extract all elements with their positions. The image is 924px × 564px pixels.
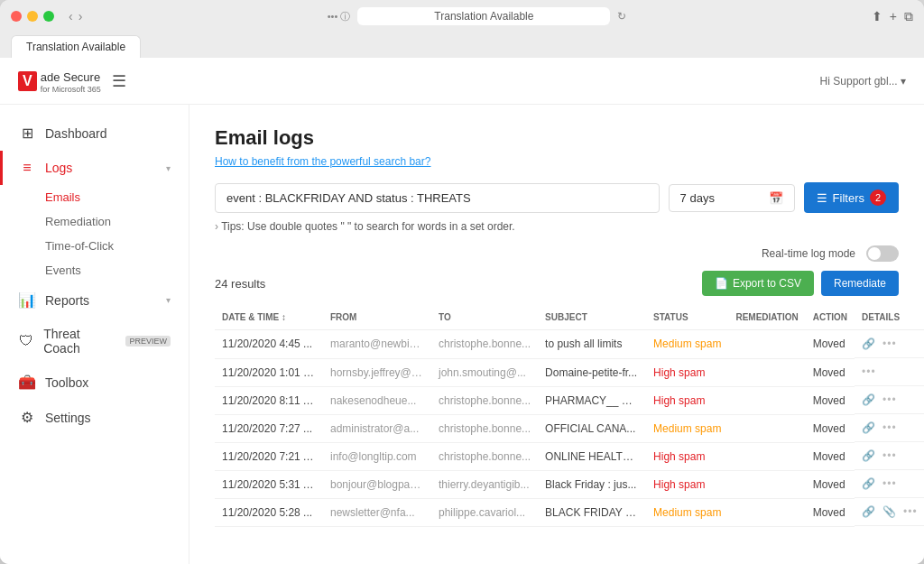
cell-subject: BLACK FRIDAY : ... [538,498,646,526]
cell-remediation [728,414,805,442]
new-tab-icon[interactable]: + [890,9,897,24]
maximize-button[interactable] [43,11,54,22]
more-options-icon[interactable]: ••• [882,449,897,462]
status-badge: Medium spam [653,506,721,519]
more-options-icon[interactable]: ••• [882,477,897,490]
share-icon[interactable]: ⬆ [872,9,882,24]
cell-details[interactable]: 🔗 📎 ••• [855,498,924,526]
browser-actions: ⬆ + ⧉ [872,9,913,24]
table-row[interactable]: 11/20/2020 7:27 ... administrator@a... c… [215,414,924,442]
col-header-remediation[interactable]: REMEDIATION [728,305,805,330]
browser-tab[interactable]: Translation Available [11,35,141,58]
col-header-to[interactable]: TO [431,305,538,330]
calendar-icon: 📅 [769,191,783,205]
more-options-icon[interactable]: ••• [882,421,897,434]
link-icon[interactable]: 🔗 [862,337,875,350]
cell-action: Moved [806,414,855,442]
more-options-icon[interactable]: ••• [882,393,897,406]
sidebar-sub-events[interactable]: Events [0,258,189,282]
sidebar-label-dashboard: Dashboard [45,126,107,141]
remediate-button[interactable]: Remediate [821,271,899,296]
windows-icon[interactable]: ⧉ [904,9,913,24]
address-bar[interactable]: Translation Available [357,7,610,25]
sidebar-item-logs[interactable]: ≡ Logs ▾ [0,151,189,185]
close-button[interactable] [11,11,22,22]
cell-details[interactable]: ••• [855,358,924,386]
realtime-toggle[interactable] [866,245,899,262]
cell-datetime: 11/20/2020 5:28 ... [215,498,323,526]
logo-area: V ade Secure for Microsoft 365 ☰ [18,69,126,94]
link-icon[interactable]: 🔗 [862,505,875,518]
cell-details[interactable]: 🔗 ••• [855,442,924,470]
sidebar-sub-remediation[interactable]: Remediation [0,209,189,234]
more-options-icon[interactable]: ••• [882,337,897,350]
sidebar-item-dashboard[interactable]: ⊞ Dashboard [0,116,189,151]
more-options-icon[interactable]: ••• [862,365,876,378]
back-button[interactable]: ‹ [69,9,73,23]
col-header-status[interactable]: STATUS [646,305,728,330]
cell-remediation [728,470,805,498]
more-options-icon[interactable]: ••• [903,505,918,518]
attachment-icon: 📎 [882,505,896,518]
sidebar-item-reports[interactable]: 📊 Reports ▾ [0,282,189,318]
cell-datetime: 11/20/2020 7:27 ... [215,414,323,442]
help-link[interactable]: How to benefit from the powerful search … [215,155,899,168]
col-header-subject[interactable]: SUBJECT [538,305,646,330]
hamburger-menu-icon[interactable]: ☰ [112,71,126,91]
table-row[interactable]: 11/20/2020 5:28 ... newsletter@nfa... ph… [215,498,924,526]
link-icon[interactable]: 🔗 [862,393,875,406]
col-header-datetime[interactable]: DATE & TIME ↕ [215,305,323,330]
sidebar-label-settings: Settings [45,411,91,425]
forward-button[interactable]: › [79,9,83,23]
table-row[interactable]: 11/20/2020 5:31 A... bonjour@blogpara...… [215,470,924,498]
sidebar-item-toolbox[interactable]: 🧰 Toolbox [0,365,189,400]
filter-button[interactable]: ☰ Filters 2 [804,182,899,213]
preview-badge: PREVIEW [125,336,171,347]
export-label: Export to CSV [733,277,801,290]
date-picker[interactable]: 7 days 📅 [669,184,795,212]
cell-details[interactable]: 🔗 ••• [855,414,924,442]
col-header-details[interactable]: DETAILS [855,305,924,330]
logo-name: ade Secure [41,70,101,84]
filter-icon: ☰ [817,191,827,205]
minimize-button[interactable] [27,11,38,22]
cell-subject: ONLINE HEALTH ... [538,442,646,470]
browser-window: ‹ › ••• ⓘ Translation Available ↻ ⬆ + ⧉ … [0,0,924,564]
cell-to: philippe.cavariol... [431,498,538,526]
link-icon[interactable]: 🔗 [862,477,875,490]
cell-details[interactable]: 🔗 ••• [855,470,924,498]
topbar-user[interactable]: Hi Support gbl... ▾ [820,75,906,88]
cell-action: Moved [806,498,855,526]
realtime-label: Real-time log mode [762,247,855,260]
sidebar-item-threat-coach[interactable]: 🛡 Threat Coach PREVIEW [0,318,189,365]
cell-details[interactable]: 🔗 ••• [855,330,924,358]
action-row: Real-time log mode [215,245,899,262]
col-header-from[interactable]: FROM [323,305,431,330]
sidebar-label-threat-coach: Threat Coach [43,327,113,356]
link-icon[interactable]: 🔗 [862,449,875,462]
sidebar-sub-time-of-click[interactable]: Time-of-Click [0,234,189,258]
export-csv-button[interactable]: 📄 Export to CSV [702,271,814,296]
cell-from: hornsby.jeffrey@g... [323,358,431,386]
logo: V ade Secure for Microsoft 365 [18,69,101,94]
table-row[interactable]: 11/20/2020 1:01 PM hornsby.jeffrey@g... … [215,358,924,386]
cell-datetime: 11/20/2020 7:21 A... [215,442,323,470]
cell-remediation [728,442,805,470]
cell-remediation [728,498,805,526]
table-row[interactable]: 11/20/2020 7:21 A... info@longltip.com c… [215,442,924,470]
app-container: V ade Secure for Microsoft 365 ☰ Hi Supp… [0,58,924,564]
sidebar-sub-emails[interactable]: Emails [0,185,189,209]
filter-label: Filters [833,191,864,205]
link-icon[interactable]: 🔗 [862,421,875,434]
col-header-action[interactable]: ACTION [806,305,855,330]
app-topbar: V ade Secure for Microsoft 365 ☰ Hi Supp… [0,58,924,105]
search-input[interactable] [215,183,660,213]
table-row[interactable]: 11/20/2020 8:11 AM nakesenodheue... chri… [215,386,924,414]
cell-from: newsletter@nfa... [323,498,431,526]
cell-details[interactable]: 🔗 ••• [855,386,924,414]
reports-icon: 📊 [18,291,36,309]
sidebar-item-settings[interactable]: ⚙ Settings [0,400,189,435]
cell-subject: to push all limits [538,330,646,359]
table-row[interactable]: 11/20/2020 4:45 ... maranto@newbie... ch… [215,330,924,359]
results-row: 24 results 📄 Export to CSV Remediate [215,271,899,296]
